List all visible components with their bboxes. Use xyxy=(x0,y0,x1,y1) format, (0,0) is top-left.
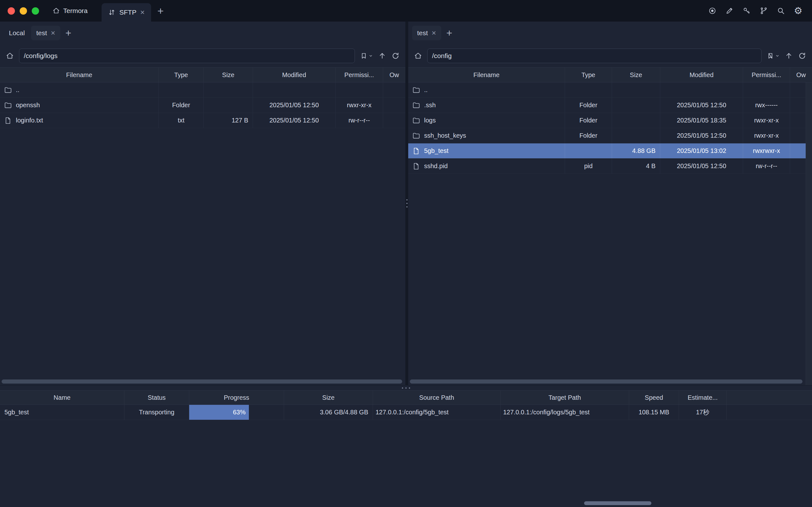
file-cell: Folder xyxy=(565,128,612,143)
close-icon[interactable]: × xyxy=(140,9,145,16)
file-rows: ...sshFolder2025/01/05 12:50rwx------log… xyxy=(408,82,812,174)
search-icon[interactable] xyxy=(777,7,785,15)
column-header[interactable]: Size xyxy=(204,68,253,82)
file-cell xyxy=(612,113,660,128)
folder-icon xyxy=(412,101,420,109)
record-icon[interactable] xyxy=(708,7,716,15)
file-row[interactable]: sshd.pidpid4 B2025/01/05 12:50rw-r--r-- xyxy=(408,159,812,174)
bookmark-button[interactable] xyxy=(767,52,779,60)
file-row[interactable]: ssh_host_keysFolder2025/01/05 12:50rwxr-… xyxy=(408,128,812,144)
filename: .. xyxy=(424,86,428,94)
bookmark-button[interactable] xyxy=(360,52,373,60)
sftp-split-view: Localtest×+ xyxy=(0,21,812,385)
column-header[interactable]: Type xyxy=(159,68,204,82)
column-header[interactable]: Modified xyxy=(253,68,335,82)
filename-cell: ssh_host_keys xyxy=(408,128,565,143)
settings-gear-icon[interactable]: ⚙ xyxy=(794,6,803,15)
file-cell xyxy=(204,82,253,97)
file-row[interactable]: opensshFolder2025/01/05 12:50rwxr-xr-x xyxy=(0,98,405,113)
close-icon[interactable]: × xyxy=(51,29,55,37)
pane-splitter[interactable] xyxy=(405,21,408,385)
key-icon[interactable] xyxy=(743,7,751,15)
transfer-splitter[interactable] xyxy=(0,385,812,390)
file-cell xyxy=(159,82,204,97)
file-cell: 2025/01/05 12:50 xyxy=(660,128,743,143)
file-row[interactable]: .. xyxy=(0,82,405,98)
folder-icon xyxy=(412,132,420,140)
file-row[interactable]: 5gb_test4.88 GB2025/01/05 13:02rwxrwxr-x xyxy=(408,144,812,159)
transfer-row[interactable]: 5gb_testTransporting63%3.06 GB/4.88 GB12… xyxy=(0,405,812,420)
column-header[interactable]: Modified xyxy=(660,68,743,82)
edit-icon[interactable] xyxy=(725,7,734,15)
path-input[interactable] xyxy=(427,49,762,63)
file-row[interactable]: .sshFolder2025/01/05 12:50rwx------ xyxy=(408,98,812,113)
column-header[interactable]: Source Path xyxy=(373,391,501,404)
file-cell xyxy=(383,98,405,113)
filename: loginfo.txt xyxy=(16,117,43,124)
column-header[interactable]: Size xyxy=(612,68,660,82)
new-pane-tab-button[interactable]: + xyxy=(62,28,75,38)
column-header[interactable]: Permissi... xyxy=(743,68,790,82)
folder-icon xyxy=(412,86,420,94)
pane-tab-local[interactable]: Local xyxy=(4,26,30,40)
close-icon[interactable]: × xyxy=(432,29,436,37)
column-header[interactable]: Estimate... xyxy=(679,391,726,404)
splitter-grip-icon xyxy=(406,199,408,208)
bottom-scrollbar[interactable] xyxy=(584,501,651,505)
column-header[interactable]: Type xyxy=(565,68,612,82)
file-icon xyxy=(4,116,12,125)
column-header[interactable]: Target Path xyxy=(501,391,629,404)
chevron-down-icon xyxy=(369,54,373,58)
column-header[interactable]: Speed xyxy=(629,391,679,404)
refresh-button[interactable] xyxy=(391,52,400,60)
column-header[interactable]: Ow xyxy=(383,68,405,82)
branch-icon[interactable] xyxy=(760,7,768,15)
home-nav[interactable]: Termora xyxy=(52,7,88,15)
file-icon xyxy=(412,147,420,155)
close-window-button[interactable] xyxy=(8,7,15,15)
parent-directory-button[interactable] xyxy=(785,52,793,60)
minimize-window-button[interactable] xyxy=(20,7,27,15)
new-pane-tab-button[interactable]: + xyxy=(442,28,456,38)
transfer-progress: 63% xyxy=(189,405,284,420)
file-cell: 2025/01/05 12:50 xyxy=(253,113,335,128)
column-header[interactable]: Name xyxy=(0,391,124,404)
filename: ssh_host_keys xyxy=(424,132,466,139)
column-header[interactable]: Filename xyxy=(408,68,565,82)
column-header[interactable]: Size xyxy=(284,391,373,404)
pane-tab-test[interactable]: test× xyxy=(31,26,60,40)
file-row[interactable]: loginfo.txttxt127 B2025/01/05 12:50rw-r-… xyxy=(0,113,405,128)
horizontal-scrollbar[interactable] xyxy=(2,380,402,384)
column-header[interactable]: Permissi... xyxy=(335,68,383,82)
filename-cell: openssh xyxy=(0,98,159,113)
column-header[interactable]: Ow xyxy=(790,68,812,82)
file-row[interactable]: .. xyxy=(408,82,812,98)
file-table-header: FilenameTypeSizeModifiedPermissi...Ow xyxy=(0,67,405,82)
folder-icon xyxy=(4,101,12,109)
zoom-window-button[interactable] xyxy=(32,7,39,15)
column-header[interactable]: Filename xyxy=(0,68,159,82)
filename: .. xyxy=(16,86,19,94)
file-cell: 2025/01/05 12:50 xyxy=(253,98,335,113)
tab-sftp[interactable]: SFTP × xyxy=(102,3,151,21)
chevron-down-icon xyxy=(775,54,779,58)
transfer-status: Transporting xyxy=(124,405,189,420)
horizontal-scrollbar[interactable] xyxy=(410,380,803,384)
parent-directory-button[interactable] xyxy=(378,52,386,60)
file-cell: 127 B xyxy=(204,113,253,128)
column-header[interactable]: Progress xyxy=(189,391,284,404)
home-icon xyxy=(52,7,60,15)
header-filler xyxy=(726,391,812,404)
new-tab-button[interactable]: + xyxy=(157,5,164,16)
home-icon[interactable] xyxy=(414,52,422,60)
home-icon[interactable] xyxy=(6,52,14,60)
path-input[interactable] xyxy=(19,49,355,63)
refresh-button[interactable] xyxy=(798,52,806,60)
file-cell: rwxr-xr-x xyxy=(743,113,790,128)
pane-tab-test[interactable]: test× xyxy=(412,26,441,40)
file-cell xyxy=(612,128,660,143)
column-header[interactable]: Status xyxy=(124,391,189,404)
vertical-scrollbar[interactable] xyxy=(806,82,812,385)
file-row[interactable]: logsFolder2025/01/05 18:35rwxr-xr-x xyxy=(408,113,812,128)
folder-icon xyxy=(412,116,420,125)
